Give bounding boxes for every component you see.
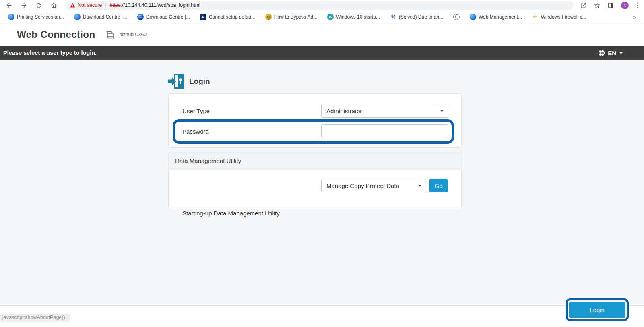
browser-menu-icon[interactable] (636, 2, 640, 9)
bookmark-star-icon[interactable] (594, 2, 601, 9)
banner-message: Please select a user type to login. (3, 50, 97, 56)
web-connection-logo: Web Connection (17, 29, 95, 40)
refresh-icon[interactable] (35, 2, 42, 9)
device-name: bizhub C360i (119, 32, 147, 37)
chevron-down-icon (619, 52, 623, 54)
browser-toolbar: Not secure https://10.244.40.111/wcd/spa… (0, 0, 644, 10)
globe-blue-icon (470, 14, 476, 20)
globe-icon (598, 50, 605, 56)
login-button[interactable]: Login (569, 302, 625, 318)
dmu-select-value: Manage Copy Protect Data (326, 182, 399, 189)
device-info: bizhub C360i (105, 30, 147, 39)
printer-icon (105, 30, 116, 39)
footer-bar (0, 305, 644, 327)
url-rest: ://10.244.40.111/wcd/spa_login.html (121, 2, 200, 8)
bookmark-label: Cannot setup defau... (209, 14, 255, 20)
language-selector[interactable]: EN (598, 50, 623, 56)
bookmark-label: Printing Services an... (17, 14, 64, 20)
bookmark-item[interactable]: ⚒(Solved) Due to an... (390, 14, 443, 20)
back-icon[interactable] (6, 2, 12, 9)
login-banner: Please select a user type to login. EN (0, 46, 644, 60)
login-door-icon (168, 74, 185, 89)
globe-blue-icon (74, 14, 80, 20)
password-input[interactable] (321, 124, 448, 138)
url-text: https://10.244.40.111/wcd/spa_login.html (109, 2, 200, 8)
warning-triangle-icon (70, 3, 75, 8)
side-panel-icon[interactable] (607, 2, 614, 9)
bookmark-item[interactable]: TCWindows 10 startu... (327, 14, 380, 20)
bookmark-label: How to Bypass Ad... (274, 14, 317, 20)
share-icon[interactable] (580, 2, 587, 9)
bookmarks-overflow-chevron[interactable]: » (631, 14, 638, 20)
select-caret-icon (418, 185, 421, 187)
bookmark-item[interactable]: BCannot setup defau... (200, 14, 255, 20)
data-management-card: Data Management Utility Starting-up Data… (168, 152, 462, 209)
data-management-header: Data Management Utility (169, 152, 461, 170)
login-form-card: User Type Administrator Password (168, 93, 462, 148)
globe-striped-icon (137, 14, 144, 20)
bookmark-label: Web Management... (479, 14, 522, 20)
bookmark-label: Windows 10 startu... (336, 14, 380, 20)
dmu-select[interactable]: Manage Copy Protect Data (321, 179, 426, 192)
omnibox-divider (105, 3, 106, 8)
dmu-label: Starting-up Data Management Utility (182, 210, 280, 217)
status-text: javascript:showAboutPage() (0, 314, 70, 322)
login-heading: Login (168, 74, 210, 89)
bookmarks-bar: Printing Services an...Download Centre -… (0, 10, 644, 23)
go-button[interactable]: Go (429, 179, 448, 192)
toolbar-right-cluster: t (580, 2, 640, 9)
gold-badge-icon: C (265, 14, 272, 20)
password-label: Password (182, 128, 209, 135)
not-secure-label: Not secure (78, 2, 102, 8)
user-type-select[interactable]: Administrator (321, 104, 448, 118)
navy-square-icon: B (200, 14, 206, 20)
pencil-icon: ✏ (532, 14, 539, 20)
address-bar[interactable]: Not secure https://10.244.40.111/wcd/spa… (65, 1, 574, 10)
bookmark-label: Windows Firewall c... (541, 14, 586, 20)
bookmarks-list: Printing Services an...Download Centre -… (8, 14, 631, 20)
forward-icon[interactable] (21, 2, 27, 9)
user-type-value: Administrator (326, 108, 362, 114)
teal-circle-icon: TC (327, 14, 334, 20)
browser-window: Not secure https://10.244.40.111/wcd/spa… (0, 0, 644, 327)
bookmark-label: Download Centre -... (83, 14, 127, 20)
bookmark-label: Download Centre |... (146, 14, 190, 20)
bookmark-item[interactable] (453, 14, 460, 20)
profile-avatar[interactable]: t (621, 2, 629, 9)
blue-tool-icon: ⚒ (390, 14, 396, 20)
gray-globe-icon (453, 14, 460, 20)
bookmark-item[interactable]: CHow to Bypass Ad... (265, 14, 317, 20)
home-icon[interactable] (50, 2, 57, 9)
bookmark-label: (Solved) Due to an... (399, 14, 443, 20)
site-header: Web Connection bizhub C360i (0, 23, 644, 46)
page-title: Login (189, 77, 210, 86)
bookmark-item[interactable]: ✏Windows Firewall c... (532, 14, 586, 20)
bookmark-item[interactable]: Download Centre -... (74, 14, 127, 20)
user-type-label: User Type (182, 108, 210, 114)
language-code: EN (608, 50, 616, 56)
select-caret-icon (440, 110, 444, 112)
bookmark-item[interactable]: Download Centre |... (137, 14, 190, 20)
globe-blue-icon (8, 14, 14, 20)
url-scheme: https (109, 2, 120, 8)
bookmark-item[interactable]: Web Management... (470, 14, 522, 20)
bookmark-item[interactable]: Printing Services an... (8, 14, 64, 20)
